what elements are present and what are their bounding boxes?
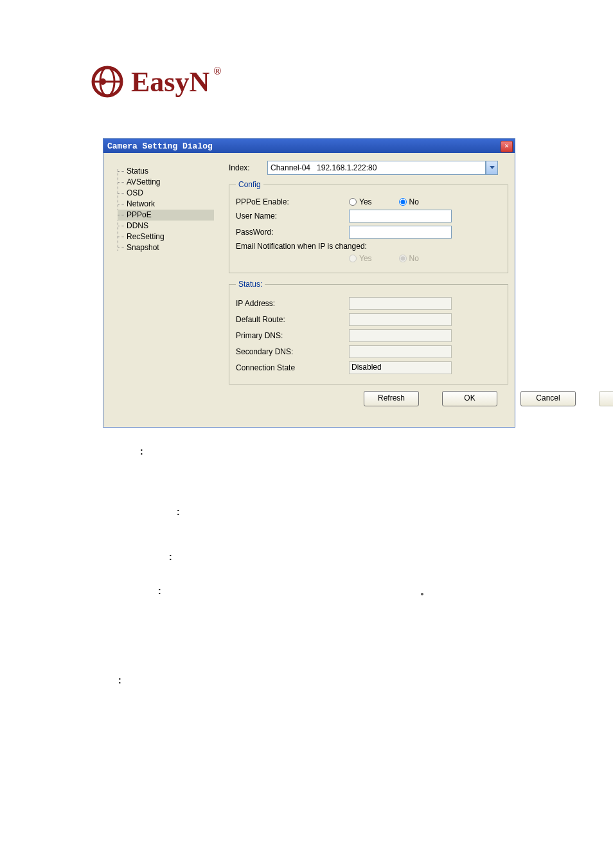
stray-colon-5: : (118, 675, 121, 685)
username-input[interactable] (349, 210, 452, 222)
default-route-label: Default Route: (236, 315, 349, 324)
config-fieldset: Config PPPoE Enable: Yes No (229, 180, 508, 273)
index-dropdown-input[interactable] (267, 161, 486, 175)
radio-pppoe-no[interactable] (399, 198, 407, 206)
email-notif-no: No (399, 254, 419, 263)
registered-icon: ® (213, 66, 221, 77)
tree-item-status[interactable]: Status (118, 166, 214, 177)
index-label: Index: (229, 163, 267, 172)
status-legend: Status: (236, 280, 265, 289)
ok-button[interactable]: OK (442, 391, 497, 406)
radio-email-no (399, 255, 407, 262)
camera-setting-dialog: Camera Setting Dialog ✕ Status AVSetting… (103, 138, 515, 428)
apply-button: Apply (599, 391, 613, 406)
tree-item-avsetting[interactable]: AVSetting (118, 177, 214, 188)
ip-address-value (349, 297, 452, 310)
close-icon: ✕ (504, 142, 509, 150)
username-label: User Name: (236, 212, 349, 221)
index-row: Index: (229, 161, 508, 175)
tree-item-network[interactable]: Network (118, 199, 214, 210)
stray-colon-1: : (140, 446, 143, 457)
settings-tree: Status AVSetting OSD Network PPPoE DDNS … (118, 166, 214, 253)
primary-dns-label: Primary DNS: (236, 331, 349, 340)
tree-item-ddns[interactable]: DDNS (118, 221, 214, 231)
secondary-dns-label: Secondary DNS: (236, 347, 349, 356)
pppoe-enable-label: PPPoE Enable: (236, 197, 349, 206)
tree-item-snapshot[interactable]: Snapshot (118, 242, 214, 253)
default-route-value (349, 313, 452, 326)
status-fieldset: Status: IP Address: Default Route: Prima… (229, 280, 508, 384)
email-notif-label: Email Notification when IP is changed: (236, 242, 367, 251)
svg-point-3 (100, 78, 106, 85)
radio-pppoe-yes[interactable] (349, 198, 357, 206)
refresh-button[interactable]: Refresh (364, 391, 419, 406)
pppoe-enable-yes[interactable]: Yes (349, 197, 372, 206)
tree-item-osd[interactable]: OSD (118, 188, 214, 199)
cancel-button[interactable]: Cancel (520, 391, 576, 406)
dialog-titlebar: Camera Setting Dialog ✕ (103, 139, 515, 153)
password-input[interactable] (349, 226, 452, 239)
index-dropdown-button[interactable] (486, 161, 498, 175)
connection-state-label: Connection State (236, 363, 349, 372)
secondary-dns-value (349, 345, 452, 358)
tree-item-pppoe[interactable]: PPPoE (118, 210, 214, 221)
password-label: PassWord: (236, 228, 349, 237)
email-notif-yes: Yes (349, 254, 372, 263)
radio-email-yes (349, 255, 357, 262)
stray-colon-3: : (169, 552, 172, 562)
ip-address-label: IP Address: (236, 299, 349, 308)
dialog-content: Status AVSetting OSD Network PPPoE DDNS … (103, 153, 515, 427)
logo-text: EasyN ® (131, 66, 209, 98)
config-legend: Config (236, 180, 263, 189)
close-button[interactable]: ✕ (501, 141, 513, 152)
dialog-title: Camera Setting Dialog (107, 141, 213, 151)
brand-logo: EasyN ® (90, 64, 209, 99)
stray-colon-2: : (177, 507, 180, 517)
logo-mark-icon (90, 64, 125, 99)
stray-circle: 。 (420, 586, 429, 597)
pppoe-enable-no[interactable]: No (399, 197, 419, 206)
button-row: Refresh OK Cancel Apply (364, 391, 508, 406)
primary-dns-value (349, 329, 452, 342)
tree-item-recsetting[interactable]: RecSetting (118, 231, 214, 242)
chevron-down-icon (490, 166, 495, 170)
stray-colon-4: : (158, 586, 161, 596)
connection-state-value: Disabled (349, 361, 452, 374)
